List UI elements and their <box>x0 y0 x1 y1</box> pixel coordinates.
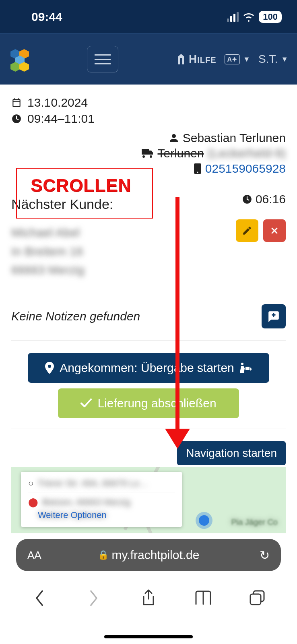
help-label: Hilfe <box>189 53 217 66</box>
main-content: 13.10.2024 09:44–11:01 Sebastian Terlune… <box>0 85 297 543</box>
status-right: 100 <box>227 11 282 23</box>
tour-time-row: 09:44–11:01 <box>11 112 286 126</box>
back-button[interactable] <box>29 588 50 608</box>
divider <box>11 429 286 429</box>
map-preview[interactable]: Pia Jäger Co ○ Trierer Str. 49A, 66679 L… <box>11 467 286 543</box>
route-more-options[interactable]: Weitere Optionen <box>38 510 175 520</box>
bookmarks-button[interactable] <box>193 588 213 608</box>
handover-icon <box>240 363 252 373</box>
browser-chrome: AA 🔒 my.frachtpilot.de ↻ <box>0 533 297 644</box>
edit-button[interactable] <box>236 219 258 242</box>
customer-street: In Breitem 16 <box>11 242 286 261</box>
start-nav-label: Navigation starten <box>186 447 277 459</box>
chevron-down-icon: ▼ <box>243 55 250 64</box>
notes-empty-text: Keine Notizen gefunden <box>11 310 140 323</box>
battery-indicator: 100 <box>259 11 282 23</box>
svg-point-2 <box>197 172 198 173</box>
language-icon: A✦ <box>225 54 240 64</box>
browser-toolbar <box>0 588 297 608</box>
status-bar: 09:44 100 <box>0 0 297 33</box>
phone-icon <box>194 163 201 174</box>
next-customer-eta: 06:16 <box>242 192 286 206</box>
map-route-card[interactable]: ○ Trierer Str. 49A, 66679 Lo… ⬤ Bietzen,… <box>21 472 182 527</box>
navbar-right: Hilfe A✦ ▼ S.T. ▼ <box>177 53 288 66</box>
tour-date: 13.10.2024 <box>27 96 88 109</box>
add-note-button[interactable] <box>262 304 286 328</box>
svg-rect-5 <box>250 594 261 605</box>
language-selector[interactable]: A✦ ▼ <box>225 54 250 64</box>
eta-value: 06:16 <box>256 192 286 206</box>
clock-icon <box>11 114 22 124</box>
annotation-label: SCROLLEN <box>31 175 131 196</box>
start-navigation-button[interactable]: Navigation starten <box>177 441 286 465</box>
home-indicator <box>104 635 193 638</box>
divider <box>11 341 286 341</box>
check-icon <box>80 398 92 408</box>
help-link[interactable]: Hilfe <box>177 53 217 66</box>
complete-label: Lieferung abschließen <box>97 396 216 410</box>
user-short-label: S.T. <box>258 53 278 66</box>
calendar-icon <box>11 97 22 108</box>
complete-delivery-button[interactable]: Lieferung abschließen <box>58 388 239 418</box>
user-icon <box>169 133 179 143</box>
vehicle-detail: (Leckerheld-9) <box>208 147 286 160</box>
app-navbar: Hilfe A✦ ▼ S.T. ▼ <box>0 33 297 85</box>
status-time: 09:44 <box>31 10 62 24</box>
route-origin-icon: ○ <box>28 478 33 489</box>
address-bar[interactable]: AA 🔒 my.frachtpilot.de ↻ <box>16 539 281 571</box>
share-button[interactable] <box>138 588 159 608</box>
wifi-icon <box>243 12 255 22</box>
user-menu[interactable]: S.T. ▼ <box>258 53 288 66</box>
help-icon <box>177 54 186 64</box>
route-dest: Bietzen, 66663 Merzig <box>42 497 130 508</box>
arrived-label: Angekommen: Übergabe starten <box>60 361 234 375</box>
text-size-button[interactable]: AA <box>27 549 41 561</box>
phone-link[interactable]: 025159065928 <box>205 162 286 175</box>
customer-city: 66663 Merzig <box>11 261 286 280</box>
tabs-button[interactable] <box>248 588 268 608</box>
divider <box>11 292 286 292</box>
truck-icon <box>142 149 154 158</box>
driver-name: Sebastian Terlunen <box>183 131 286 145</box>
cellular-icon <box>227 12 239 22</box>
pin-icon <box>45 362 54 374</box>
map-poi-label: Pia Jäger Co <box>231 518 278 527</box>
app-logo[interactable] <box>9 48 31 70</box>
arrived-button[interactable]: Angekommen: Übergabe starten <box>28 353 269 383</box>
reload-button[interactable]: ↻ <box>260 548 270 562</box>
customer-address: Michael Abel In Breitem 16 66663 Merzig <box>11 223 286 280</box>
tour-time-window: 09:44–11:01 <box>27 112 95 126</box>
menu-button[interactable] <box>87 46 118 72</box>
chevron-down-icon: ▼ <box>281 55 288 64</box>
cancel-button[interactable] <box>263 219 286 242</box>
vehicle-name: Terlunen <box>158 147 204 160</box>
clock-icon <box>242 194 252 204</box>
route-origin: Trierer Str. 49A, 66679 Lo… <box>37 478 148 489</box>
forward-button[interactable] <box>84 588 104 608</box>
lock-icon: 🔒 <box>98 550 109 560</box>
notes-row: Keine Notizen gefunden <box>11 304 286 328</box>
route-dest-icon: ⬤ <box>28 497 38 508</box>
annotation-arrow-icon <box>165 197 189 449</box>
map-current-location-icon <box>199 515 209 526</box>
url-text: my.frachtpilot.de <box>112 548 200 562</box>
tour-date-row: 13.10.2024 <box>11 96 286 109</box>
